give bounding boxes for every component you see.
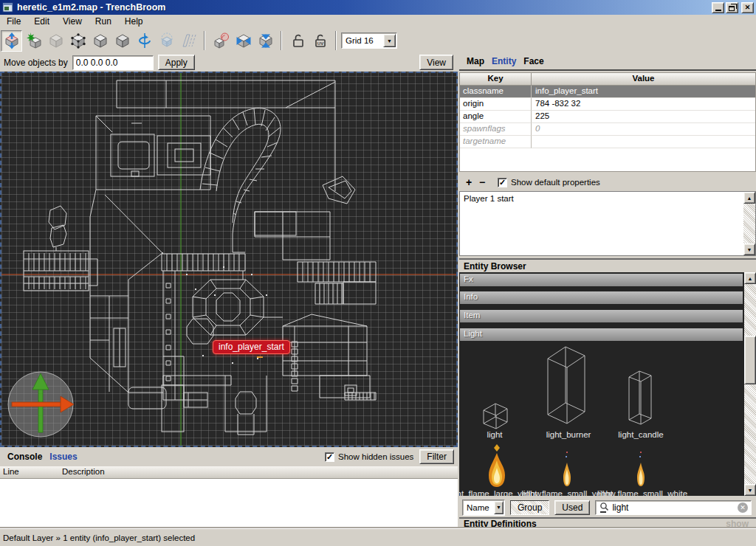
face-tool-button[interactable]: [45, 30, 66, 52]
property-row-classname[interactable]: classname info_player_start: [460, 86, 755, 98]
shear-tool-button[interactable]: [178, 30, 199, 52]
scrollbar-track[interactable]: [743, 204, 755, 243]
face-tool-icon: [47, 32, 65, 49]
property-value: info_player_start: [532, 86, 755, 98]
move-objects-input[interactable]: [72, 55, 154, 70]
sort-order-dropdown[interactable]: Name ▼: [462, 500, 505, 516]
flip-horizontal-tool-button[interactable]: [233, 30, 254, 52]
svg-text:UV: UV: [317, 41, 323, 46]
menu-file[interactable]: File: [0, 15, 27, 27]
x-axis-arrow: [12, 402, 61, 407]
scroll-up-icon[interactable]: ▲: [743, 192, 755, 204]
console-tab-bar: Console Issues ✓ Show hidden issues Filt…: [0, 447, 458, 466]
restore-button[interactable]: [726, 2, 738, 13]
search-clear-icon[interactable]: ✕: [738, 502, 748, 513]
search-input[interactable]: [612, 502, 738, 513]
group-item[interactable]: Item: [460, 310, 743, 322]
map-canvas-2d[interactable]: info_player_start: [0, 72, 458, 447]
key-column-header[interactable]: Key: [460, 73, 532, 86]
description-column-header[interactable]: Description: [59, 466, 458, 478]
title-bar[interactable]: heretic_e1m2.map - TrenchBroom ✕: [0, 0, 756, 15]
filter-button[interactable]: Filter: [419, 449, 454, 464]
uv-lock-button[interactable]: UV: [309, 30, 331, 52]
property-key: angle: [460, 111, 532, 123]
menu-help[interactable]: Help: [118, 15, 150, 27]
minimize-button[interactable]: [712, 2, 724, 13]
tab-console[interactable]: Console: [7, 452, 42, 462]
view-button[interactable]: View: [419, 55, 453, 70]
scroll-down-icon[interactable]: ▼: [743, 243, 755, 255]
flame-small-sprite[interactable]: [634, 449, 647, 488]
menu-view[interactable]: View: [56, 15, 89, 27]
tab-entity[interactable]: Entity: [492, 56, 516, 66]
group-toggle-button[interactable]: Group: [510, 500, 549, 515]
status-text: Default Layer » 1 entity (info_player_st…: [3, 533, 195, 542]
light-candle-entity-model[interactable]: [623, 365, 659, 430]
csg-tool-button[interactable]: [210, 30, 232, 52]
show-hidden-issues-checkbox[interactable]: ✓: [325, 452, 334, 462]
property-value: 784 -832 32: [532, 98, 755, 111]
window-title: heretic_e1m2.map - TrenchBroom: [17, 2, 710, 13]
menu-run[interactable]: Run: [89, 15, 118, 27]
rotate-tool-button[interactable]: [134, 30, 155, 52]
issues-table-body[interactable]: [0, 479, 458, 528]
light-candle-entity-label[interactable]: light_candle: [618, 430, 663, 439]
light-burner-entity-model[interactable]: [543, 342, 591, 428]
flame-large-sprite[interactable]: [486, 443, 508, 488]
apply-button[interactable]: Apply: [158, 55, 195, 70]
new-brush-tool-button[interactable]: [23, 30, 44, 52]
light-burner-entity-label[interactable]: light_burner: [546, 430, 591, 439]
move-objects-bar: Move objects by Apply View: [0, 53, 458, 72]
close-button[interactable]: ✕: [741, 2, 754, 13]
light-entity-model[interactable]: [478, 399, 512, 432]
tab-face[interactable]: Face: [523, 56, 543, 66]
add-property-button[interactable]: +: [464, 176, 474, 188]
entity-browser-viewport[interactable]: Fx Info Item Light light light_burner li…: [459, 272, 744, 496]
brush-edit-tool-button[interactable]: [111, 30, 133, 52]
tab-issues[interactable]: Issues: [49, 452, 77, 462]
new-brush-tool-icon: [25, 32, 43, 49]
selected-entity-label[interactable]: info_player_start: [213, 340, 290, 354]
selection-tool-button[interactable]: [1, 30, 22, 52]
property-row-origin[interactable]: origin 784 -832 32: [460, 98, 755, 111]
scale-tool-button[interactable]: [156, 30, 177, 52]
description-scrollbar[interactable]: ▲ ▼: [743, 192, 755, 255]
scroll-down-icon[interactable]: ▼: [744, 484, 756, 496]
vertex-tool-button[interactable]: [67, 30, 89, 52]
flip-vertical-tool-button[interactable]: [255, 30, 276, 52]
line-column-header[interactable]: Line: [0, 466, 59, 478]
tab-map[interactable]: Map: [467, 56, 484, 66]
group-info[interactable]: Info: [460, 291, 743, 304]
entity-browser-scrollbar[interactable]: ▲ ▼: [744, 272, 756, 496]
property-row-targetname[interactable]: targetname: [460, 136, 755, 148]
dropdown-arrow-icon[interactable]: ▼: [494, 501, 504, 514]
edge-tool-button[interactable]: [89, 30, 111, 52]
search-field[interactable]: ✕: [595, 500, 752, 515]
used-toggle-button[interactable]: Used: [554, 500, 590, 515]
flame-small-sprite[interactable]: [560, 449, 574, 488]
property-key: origin: [460, 98, 532, 111]
scrollbar-thumb[interactable]: [744, 336, 756, 384]
light-entity-label[interactable]: light: [487, 430, 502, 439]
value-column-header[interactable]: Value: [532, 73, 755, 86]
edge-tool-icon: [92, 32, 109, 49]
property-row-spawnflags[interactable]: spawnflags 0: [460, 123, 755, 136]
group-light[interactable]: Light: [460, 328, 743, 341]
property-key: classname: [460, 86, 532, 98]
group-fx[interactable]: Fx: [460, 274, 743, 286]
dropdown-arrow-icon[interactable]: ▼: [383, 34, 396, 47]
show-default-properties-checkbox[interactable]: ✓: [498, 178, 507, 187]
shear-tool-icon: [180, 32, 198, 49]
grid-size-dropdown[interactable]: Grid 16 ▼: [341, 32, 397, 49]
show-hidden-issues-label: Show hidden issues: [338, 452, 413, 461]
scroll-up-icon[interactable]: ▲: [744, 272, 756, 284]
axis-compass: [8, 372, 74, 437]
flame-small-white-label[interactable]: light_flame_small_white: [597, 489, 687, 496]
texture-lock-button[interactable]: [287, 30, 309, 52]
brush-geometry: [24, 80, 376, 435]
entity-definitions-show-link[interactable]: show: [726, 519, 749, 529]
remove-property-button[interactable]: −: [477, 176, 487, 188]
property-row-angle[interactable]: angle 225: [460, 111, 755, 123]
flip-vertical-icon: [257, 32, 275, 49]
menu-edit[interactable]: Edit: [27, 15, 56, 27]
